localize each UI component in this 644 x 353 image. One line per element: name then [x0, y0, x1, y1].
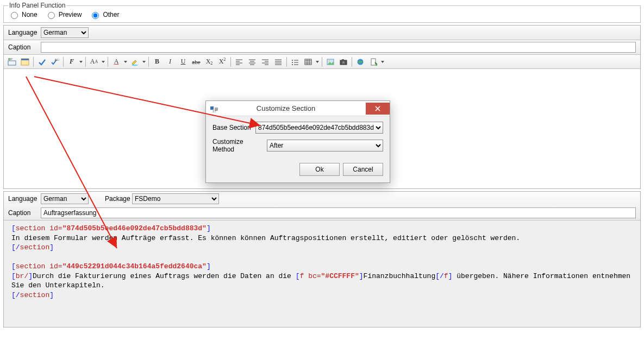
bullet-list-icon[interactable]	[289, 56, 301, 68]
radio-other-input[interactable]	[92, 12, 99, 19]
align-right-icon[interactable]	[259, 56, 271, 68]
camera-icon[interactable]	[337, 56, 349, 68]
font-family-icon[interactable]: F	[66, 56, 78, 68]
radio-preview[interactable]: Preview	[45, 10, 82, 19]
font-size-icon[interactable]: AA	[88, 56, 100, 68]
customize-section-dialog: 3.7 Customize Section Base Section 874d5…	[205, 100, 390, 183]
bottom-caption-input[interactable]	[41, 207, 636, 218]
customize-section-icon[interactable]	[19, 56, 31, 68]
radio-none[interactable]: None	[8, 10, 37, 19]
superscript-icon[interactable]: X2	[216, 56, 228, 68]
customize-method-select[interactable]: After	[267, 140, 383, 152]
table-icon[interactable]	[302, 56, 314, 68]
top-caption-label: Caption	[8, 43, 41, 51]
toolbar-separator	[352, 57, 352, 67]
svg-point-29	[292, 64, 293, 65]
highlight-color-icon[interactable]	[129, 56, 141, 68]
bottom-language-select[interactable]: German	[41, 193, 89, 204]
ok-button[interactable]: Ok	[299, 163, 340, 176]
insert-dropdown[interactable]	[380, 56, 385, 68]
underline-icon[interactable]: U	[177, 56, 189, 68]
svg-rect-8	[132, 65, 137, 66]
radio-other[interactable]: Other	[89, 10, 119, 19]
bottom-package-label: Package	[105, 195, 132, 203]
font-color-icon[interactable]: A	[110, 56, 122, 68]
svg-point-27	[292, 62, 293, 63]
base-section-select[interactable]: 874d505b5eed46e092de47cb5bdd883d	[255, 122, 383, 134]
svg-text:3.7: 3.7	[212, 110, 216, 113]
svg-rect-40	[342, 59, 344, 61]
svg-rect-6	[21, 59, 29, 60]
dialog-close-button[interactable]	[366, 103, 390, 115]
check-icon[interactable]	[36, 56, 48, 68]
radio-none-input[interactable]	[11, 12, 18, 19]
bold-icon[interactable]: B	[151, 56, 163, 68]
info-panel-legend: Info Panel Function	[8, 2, 66, 9]
align-justify-icon[interactable]	[272, 56, 284, 68]
radio-none-label: None	[22, 11, 37, 18]
svg-rect-42	[371, 59, 376, 65]
svg-point-37	[329, 60, 330, 61]
dialog-title: Customize Section	[222, 104, 366, 112]
align-center-icon[interactable]	[246, 56, 258, 68]
svg-text:ALL: ALL	[54, 58, 59, 61]
italic-icon[interactable]: I	[164, 56, 176, 68]
bottom-package-select[interactable]: FSDemo	[132, 193, 219, 204]
font-color-dropdown[interactable]	[123, 56, 128, 68]
toolbar-separator	[148, 57, 149, 67]
document-link-icon[interactable]	[367, 56, 379, 68]
top-language-select[interactable]: German	[41, 27, 89, 38]
bottom-panel: Language German Package FSDemo Caption […	[3, 191, 641, 327]
subscript-icon[interactable]: X2	[203, 56, 215, 68]
svg-point-39	[342, 61, 345, 64]
toolbar-separator	[322, 57, 322, 67]
table-dropdown[interactable]	[315, 56, 320, 68]
strikethrough-icon[interactable]: abe	[190, 56, 202, 68]
align-left-icon[interactable]	[233, 56, 245, 68]
radio-preview-label: Preview	[59, 11, 82, 18]
svg-rect-0	[8, 61, 16, 65]
highlight-color-dropdown[interactable]	[142, 56, 146, 68]
svg-point-25	[292, 60, 293, 61]
font-size-dropdown[interactable]	[101, 56, 105, 68]
toolbar-separator	[63, 57, 64, 67]
toolbar-separator	[33, 57, 34, 67]
check-all-icon[interactable]: ALL	[49, 56, 61, 68]
cancel-button[interactable]: Cancel	[343, 163, 383, 176]
customize-method-label: Customize Method	[212, 138, 267, 153]
top-language-label: Language	[8, 29, 41, 36]
toolbar-separator	[286, 57, 287, 67]
close-icon	[375, 106, 380, 111]
info-panel-function-group: Info Panel Function None Preview Other	[3, 2, 641, 23]
toolbar-separator	[230, 57, 231, 67]
bottom-caption-label: Caption	[8, 209, 41, 217]
font-family-dropdown[interactable]	[79, 56, 83, 68]
bottom-language-label: Language	[8, 195, 41, 203]
code-area[interactable]: [section id="874d505b5eed46e092de47cb5bd…	[4, 220, 640, 327]
radio-preview-input[interactable]	[48, 12, 55, 19]
toolbar-separator	[108, 57, 108, 67]
svg-rect-31	[305, 59, 311, 65]
dialog-titlebar[interactable]: 3.7 Customize Section	[206, 101, 390, 116]
base-section-label: Base Section	[212, 124, 255, 131]
editor-toolbar: sec ALL F AA A B I U abe X2 X2	[4, 55, 640, 69]
radio-other-label: Other	[103, 11, 119, 18]
toolbar-separator	[85, 57, 86, 67]
image-icon[interactable]	[324, 56, 336, 68]
dialog-app-icon: 3.7	[209, 104, 219, 114]
insert-section-icon[interactable]: sec	[6, 56, 18, 68]
globe-link-icon[interactable]	[354, 56, 366, 68]
top-caption-input[interactable]	[41, 42, 636, 53]
